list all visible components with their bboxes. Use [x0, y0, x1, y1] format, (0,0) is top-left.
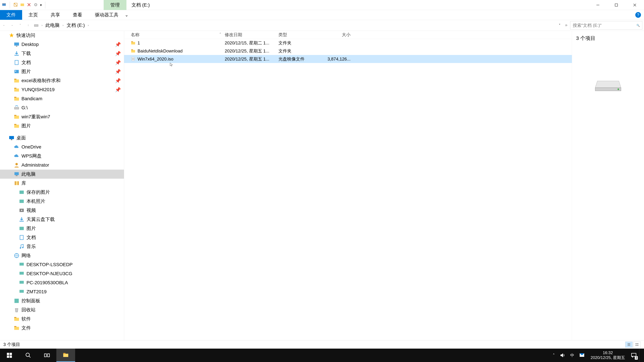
search-input[interactable]	[573, 23, 636, 28]
col-date[interactable]: 修改日期	[225, 32, 278, 38]
view-thumbnails-button[interactable]	[633, 342, 641, 348]
breadcrumb-seg[interactable]: 文档 (E:)	[66, 22, 85, 28]
sidebar-group-quick[interactable]: 快速访问	[0, 31, 124, 40]
tray-overflow-icon[interactable]: ˄	[550, 349, 557, 362]
qat-new-folder-icon[interactable]	[20, 2, 25, 8]
task-view-button[interactable]	[38, 349, 56, 362]
breadcrumb[interactable]: › 此电脑 › 文档 (E:) ›	[32, 22, 557, 28]
qat-delete-icon[interactable]	[27, 2, 31, 8]
svg-point-65	[26, 353, 30, 357]
sidebar-item[interactable]: WPS网盘	[0, 151, 124, 161]
sidebar-item[interactable]: excel表格制作求和📌	[0, 76, 124, 85]
taskbar-clock[interactable]: 16:32 2020/12/25, 星期五	[587, 351, 628, 360]
doc-icon	[19, 235, 24, 240]
ime-indicator[interactable]: 中	[568, 349, 576, 362]
taskbar-explorer[interactable]	[56, 349, 75, 362]
sidebar-item[interactable]: OneDrive	[0, 142, 124, 151]
breadcrumb-seg[interactable]: 此电脑	[46, 22, 60, 28]
ribbon-tab-home[interactable]: 主页	[22, 10, 44, 20]
tray-app-icon[interactable]	[576, 349, 587, 362]
breadcrumb-dropdown-icon[interactable]: ˅	[557, 23, 562, 27]
up-button[interactable]: ↑	[24, 21, 32, 29]
help-button[interactable]: ?	[635, 12, 641, 18]
sidebar-item[interactable]: 此电脑	[0, 170, 124, 179]
sidebar-item[interactable]: win7重装win7	[0, 112, 124, 121]
file-row[interactable]: BaiduNetdiskDownload2020/12/25, 星期五 1...…	[124, 47, 572, 55]
breadcrumb-chev[interactable]: ›	[62, 24, 64, 27]
svg-rect-26	[14, 172, 19, 175]
ribbon-collapse-icon[interactable]: ⌄	[125, 12, 128, 17]
sidebar-subitem[interactable]: 本机照片	[0, 197, 124, 206]
ribbon-tab-view[interactable]: 查看	[66, 10, 88, 20]
svg-rect-31	[20, 191, 24, 194]
sidebar-item[interactable]: Desktop📌	[0, 40, 124, 49]
sidebar-label: 文档	[22, 59, 31, 66]
sidebar-subitem[interactable]: 视频	[0, 206, 124, 215]
show-desktop-button[interactable]	[639, 349, 644, 362]
view-details-button[interactable]	[625, 342, 632, 348]
sidebar-label: PC-20190530OBLA	[26, 280, 68, 285]
qat-settings-icon[interactable]	[33, 2, 38, 8]
sidebar-subitem[interactable]: ZMT2019	[0, 287, 124, 296]
sidebar-subitem[interactable]: 音乐	[0, 242, 124, 251]
svg-rect-60	[637, 345, 638, 346]
sidebar-subitem[interactable]: DESKTOP-NJEU3CG	[0, 269, 124, 278]
breadcrumb-chev[interactable]: ›	[88, 24, 89, 27]
sidebar-item[interactable]: 软件	[0, 314, 124, 324]
qat-dropdown-icon[interactable]: ▾	[40, 3, 42, 7]
search-box[interactable]: 🔍	[570, 21, 642, 29]
qat-properties-icon[interactable]	[13, 2, 18, 8]
sidebar-item[interactable]: 网络	[0, 251, 124, 260]
svg-point-38	[22, 247, 24, 248]
sidebar-item[interactable]: Administrator	[0, 161, 124, 170]
sidebar-item[interactable]: 文档📌	[0, 58, 124, 67]
back-button[interactable]: ←	[0, 21, 8, 29]
start-button[interactable]	[0, 349, 19, 362]
sidebar-item[interactable]: 文件	[0, 324, 124, 333]
svg-rect-23	[9, 136, 14, 139]
sidebar-label: G:\	[22, 105, 28, 110]
col-size[interactable]: 大小	[324, 32, 350, 38]
sidebar-label: WPS网盘	[22, 153, 42, 159]
sidebar-subitem[interactable]: 保存的图片	[0, 188, 124, 197]
ribbon-tab-drivetools[interactable]: 驱动器工具	[88, 10, 125, 20]
pc-icon	[14, 171, 20, 177]
sidebar-item[interactable]: 库	[0, 179, 124, 188]
sidebar-item[interactable]: 图片📌	[0, 67, 124, 76]
sidebar-subitem[interactable]: 图片	[0, 224, 124, 233]
sidebar-item[interactable]: 下载📌	[0, 49, 124, 58]
sidebar-subitem[interactable]: 文档	[0, 233, 124, 242]
search-button[interactable]	[19, 349, 38, 362]
sidebar-group-desktop-root[interactable]: 桌面	[0, 133, 124, 142]
sidebar-item[interactable]: 图片	[0, 121, 124, 130]
sidebar-subitem[interactable]: 天翼云盘下载	[0, 215, 124, 224]
sidebar-item[interactable]: Bandicam	[0, 94, 124, 103]
ribbon-context-tab[interactable]: 管理	[104, 0, 126, 10]
refresh-button[interactable]: ⟳	[562, 24, 570, 27]
ribbon-tab-file[interactable]: 文件	[0, 10, 22, 20]
action-center-icon[interactable]: 3	[628, 349, 639, 362]
sidebar-item[interactable]: YUNQISHI2019📌	[0, 85, 124, 94]
history-dropdown[interactable]: ˅	[16, 21, 24, 29]
col-name[interactable]: 名称˄	[124, 32, 225, 38]
sidebar-subitem[interactable]: DESKTOP-LSSOEDP	[0, 260, 124, 269]
col-type[interactable]: 类型	[278, 32, 324, 38]
file-row[interactable]: 12020/12/15, 星期二 1...文件夹	[124, 39, 572, 47]
ribbon-tab-share[interactable]: 共享	[44, 10, 66, 20]
volume-icon[interactable]	[557, 349, 568, 362]
forward-button[interactable]: →	[8, 21, 16, 29]
sidebar-item[interactable]: G:\	[0, 103, 124, 112]
breadcrumb-chev[interactable]: ›	[42, 24, 42, 27]
sidebar-item[interactable]: 控制面板	[0, 296, 124, 305]
minimize-button[interactable]	[589, 0, 607, 10]
search-icon[interactable]: 🔍	[636, 24, 640, 27]
maximize-button[interactable]	[607, 0, 626, 10]
sidebar-item[interactable]: 回收站	[0, 305, 124, 314]
sidebar-subitem[interactable]: PC-20190530OBLA	[0, 278, 124, 287]
svg-rect-8	[14, 55, 19, 56]
sidebar-label: 音乐	[26, 243, 36, 250]
close-button[interactable]	[626, 0, 644, 10]
svg-rect-59	[636, 345, 636, 346]
file-row[interactable]: Win7x64_2020.iso2020/12/25, 星期五 1...光盘映像…	[124, 55, 572, 63]
sidebar-label: 控制面板	[22, 298, 40, 304]
